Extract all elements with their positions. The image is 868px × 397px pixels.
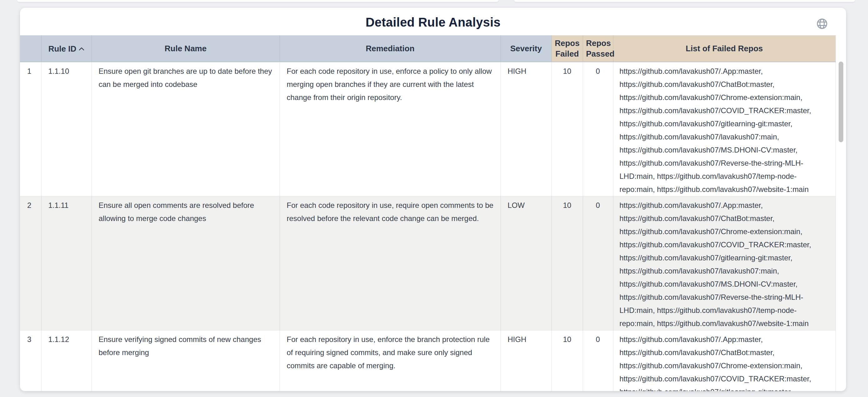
row-index: 2	[20, 196, 41, 330]
rule-id-cell: 1.1.10	[41, 62, 92, 196]
previous-card-edge-right	[514, 0, 855, 2]
repos-failed-cell: 10	[552, 330, 583, 391]
globe-button[interactable]	[815, 17, 829, 31]
rule-name-cell: Ensure verifying signed commits of new c…	[92, 330, 280, 391]
column-header-rule-name[interactable]: Rule Name	[92, 35, 280, 62]
failed-repos-cell: https://github.com/lavakush07/.App:maste…	[613, 196, 836, 330]
column-header-index	[20, 35, 41, 62]
column-header-rule-id-label: Rule ID	[49, 44, 76, 54]
table-row: 3 1.1.12 Ensure verifying signed commits…	[20, 330, 836, 391]
sort-ascending-icon	[79, 43, 84, 53]
column-header-rule-id[interactable]: Rule ID	[41, 35, 92, 62]
column-header-repos-failed[interactable]: Repos Failed	[552, 35, 583, 62]
repos-passed-cell: 0	[583, 62, 613, 196]
detailed-rule-analysis-panel: Detailed Rule Analysis Rule ID	[20, 8, 846, 391]
remediation-cell: For each code repository in use, enforce…	[280, 62, 501, 196]
column-header-remediation[interactable]: Remediation	[280, 35, 501, 62]
column-header-failed-repos[interactable]: List of Failed Repos	[613, 35, 836, 62]
row-index: 3	[20, 330, 41, 391]
panel-header: Detailed Rule Analysis	[20, 8, 846, 35]
failed-repos-cell: https://github.com/lavakush07/.App:maste…	[613, 330, 836, 391]
table-row: 1 1.1.10 Ensure open git branches are up…	[20, 62, 836, 196]
severity-cell: HIGH	[501, 330, 552, 391]
table-header-row: Rule ID Rule Name Remediation Severity R…	[20, 35, 836, 62]
failed-repos-cell: https://github.com/lavakush07/.App:maste…	[613, 62, 836, 196]
repos-failed-cell: 10	[552, 196, 583, 330]
rule-analysis-table: Rule ID Rule Name Remediation Severity R…	[20, 35, 836, 391]
previous-card-edge-left	[17, 0, 498, 2]
rule-id-cell: 1.1.12	[41, 330, 92, 391]
rule-name-cell: Ensure open git branches are up to date …	[92, 62, 280, 196]
vertical-scrollbar[interactable]	[839, 62, 843, 142]
table-row: 2 1.1.11 Ensure all open comments are re…	[20, 196, 836, 330]
severity-cell: LOW	[501, 196, 552, 330]
repos-passed-cell: 0	[583, 330, 613, 391]
remediation-cell: For each repository in use, enforce the …	[280, 330, 501, 391]
page-title: Detailed Rule Analysis	[20, 8, 846, 29]
globe-icon	[815, 27, 829, 32]
rule-id-cell: 1.1.11	[41, 196, 92, 330]
repos-passed-cell: 0	[583, 196, 613, 330]
repos-failed-cell: 10	[552, 62, 583, 196]
column-header-severity[interactable]: Severity	[501, 35, 552, 62]
remediation-cell: For each code repository in use, require…	[280, 196, 501, 330]
row-index: 1	[20, 62, 41, 196]
column-header-repos-passed[interactable]: Repos Passed	[583, 35, 613, 62]
severity-cell: HIGH	[501, 62, 552, 196]
rule-name-cell: Ensure all open comments are resolved be…	[92, 196, 280, 330]
